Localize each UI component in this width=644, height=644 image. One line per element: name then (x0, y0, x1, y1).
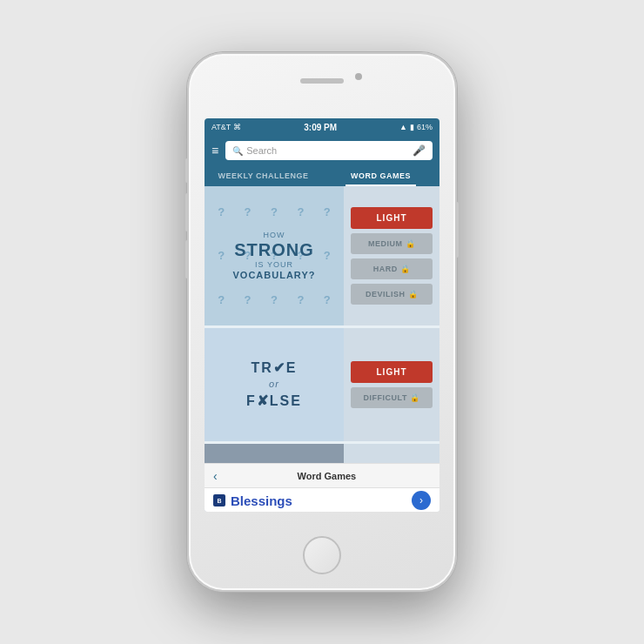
app-header: ≡ 🔍 Search 🎤 (205, 136, 439, 165)
vocab-strong: STRONG (233, 239, 316, 260)
menu-icon[interactable]: ≡ (211, 144, 218, 158)
vocab-how: HOW (233, 231, 316, 240)
truefalse-game-image: TR✔E or F✘LSE (205, 328, 344, 441)
nav-bar: ‹ Word Games (205, 464, 439, 488)
wifi-icon: ⌘ (233, 123, 241, 131)
signal-icon: ▲ (399, 123, 407, 131)
vocab-light-button[interactable]: LIGHT (351, 207, 433, 229)
mic-icon[interactable]: 🎤 (413, 144, 426, 157)
volume-silent-button[interactable] (185, 158, 189, 183)
blessings-logo: B (213, 494, 225, 506)
tf-false-line: F✘LSE (246, 392, 302, 411)
vocabulary-text: HOW STRONG IS YOUR VOCABULARY? (233, 231, 316, 282)
volume-up-button[interactable] (185, 193, 189, 231)
lock-icon: 🔒 (408, 290, 419, 299)
lock-icon: 🔒 (406, 239, 416, 248)
battery-percent: 61% (417, 123, 433, 131)
vocabulary-game-image: ? ? ? ? ? ? ? ? ? ? ? ? ? (205, 186, 344, 325)
phone-body: AT&T ⌘ 3:09 PM ▲ ▮ 61% ≡ 🔍 Search 🎤 (187, 52, 457, 592)
truefalse-buttons: LIGHT DIFFICULT 🔒 (344, 328, 439, 441)
lock-icon: 🔒 (400, 265, 411, 273)
power-button[interactable] (455, 202, 459, 258)
speaker (300, 78, 344, 84)
status-time: 3:09 PM (304, 123, 337, 132)
status-bar: AT&T ⌘ 3:09 PM ▲ ▮ 61% (205, 118, 439, 136)
screen: AT&T ⌘ 3:09 PM ▲ ▮ 61% ≡ 🔍 Search 🎤 (205, 118, 439, 512)
tf-light-button[interactable]: LIGHT (351, 361, 433, 383)
lock-icon: 🔒 (410, 393, 420, 402)
blessings-bar: B Blessings › (205, 488, 439, 512)
tf-true-line: TR✔E (246, 359, 302, 378)
tf-difficult-button[interactable]: DIFFICULT 🔒 (351, 387, 433, 408)
front-camera (355, 73, 362, 80)
tab-weekly-challenge[interactable]: WEEKLY CHALLENGE (205, 165, 322, 186)
vocab-is-your: IS YOUR (233, 260, 316, 270)
back-button[interactable]: ‹ (213, 469, 218, 483)
phone-frame: AT&T ⌘ 3:09 PM ▲ ▮ 61% ≡ 🔍 Search 🎤 (187, 52, 457, 592)
status-right: ▲ ▮ 61% (399, 123, 433, 131)
home-button[interactable] (303, 536, 341, 574)
tabs: WEEKLY CHALLENGE WORD GAMES (205, 165, 439, 186)
battery-icon: ▮ (410, 123, 414, 131)
search-bar[interactable]: 🔍 Search 🎤 (225, 141, 433, 160)
search-icon: 🔍 (232, 146, 243, 156)
search-placeholder: Search (246, 145, 409, 156)
blessings-arrow-button[interactable]: › (412, 491, 431, 510)
volume-down-button[interactable] (185, 240, 189, 278)
vocab-hard-button[interactable]: HARD 🔒 (351, 258, 433, 279)
truefalse-text: TR✔E or F✘LSE (246, 359, 302, 411)
carrier-text: AT&T (211, 123, 231, 131)
status-left: AT&T ⌘ (211, 123, 241, 131)
truefalse-game-card: TR✔E or F✘LSE LIGHT DIFFICULT 🔒 (205, 328, 439, 441)
vocab-medium-button[interactable]: MEDIUM 🔒 (351, 233, 433, 254)
vocabulary-game-card: ? ? ? ? ? ? ? ? ? ? ? ? ? (205, 186, 439, 325)
vocab-vocabulary: VOCABULARY? (233, 270, 316, 281)
blessings-text: Blessings (231, 493, 406, 508)
vocab-devilish-button[interactable]: DEVILISH 🔒 (351, 284, 433, 305)
bottom-nav: ‹ Word Games B Blessings › (205, 463, 439, 512)
tab-word-games[interactable]: WORD GAMES (322, 165, 439, 186)
tf-or: or (246, 378, 302, 391)
vocabulary-buttons: LIGHT MEDIUM 🔒 HARD 🔒 DEVILISH 🔒 (344, 186, 439, 325)
nav-title: Word Games (223, 471, 431, 481)
